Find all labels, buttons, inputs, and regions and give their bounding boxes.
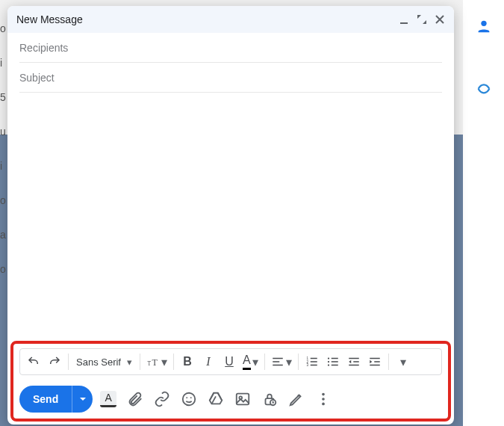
caret-down-icon: ▾ [286,355,292,369]
caret-down-icon: ▾ [161,355,167,369]
redo-button[interactable] [44,351,65,372]
recipients-input[interactable] [19,42,442,54]
indent-less-button[interactable] [343,351,364,372]
font-family-picker[interactable]: Sans Serif ▾ [72,351,137,372]
right-side-panel [463,0,504,426]
svg-rect-1 [400,22,408,24]
send-button-group: Send [19,386,93,413]
bulleted-list-button[interactable] [323,351,343,372]
svg-text:3: 3 [306,363,308,367]
minimize-button[interactable] [399,14,409,25]
align-button[interactable]: ▾ [268,351,295,372]
svg-point-11 [187,397,188,398]
svg-point-17 [322,393,325,396]
svg-text:T: T [147,360,151,367]
svg-point-8 [328,361,329,362]
profile-icon[interactable] [476,18,492,34]
confidential-mode-button[interactable] [261,391,278,407]
undo-button[interactable] [23,351,44,372]
text-color-icon: A [243,354,251,370]
send-options-button[interactable] [72,386,93,413]
recipients-field[interactable] [19,33,442,63]
underlying-inbox-edge: oi5uioao [0,0,7,426]
toolbar-highlight: Sans Serif ▾ TT ▾ B I U A ▾ ▾ 123 [10,341,451,422]
send-button[interactable]: Send [19,386,72,413]
insert-link-button[interactable] [154,391,170,407]
font-family-label: Sans Serif [76,356,121,368]
svg-text:T: T [152,357,158,368]
message-body[interactable] [7,93,454,338]
svg-point-18 [322,398,325,401]
compose-title: New Message [16,13,83,25]
insert-photo-button[interactable] [234,391,251,407]
text-color-button[interactable]: A ▾ [240,351,261,372]
separator [173,354,174,370]
addon-icon[interactable] [476,79,492,96]
send-row: Send A [19,383,442,416]
svg-point-10 [183,393,196,406]
more-formatting-button[interactable]: ▾ [392,351,413,372]
close-button[interactable] [435,14,445,25]
separator [298,354,299,370]
numbered-list-button[interactable]: 123 [302,351,323,372]
caret-down-icon: ▾ [252,355,258,369]
fullscreen-button[interactable] [417,14,427,25]
svg-point-19 [322,403,325,406]
svg-point-12 [190,397,192,398]
compose-window: New Message [7,6,454,425]
compose-header: New Message [7,6,454,33]
indent-more-button[interactable] [364,351,385,372]
insert-signature-button[interactable] [288,391,305,407]
italic-button[interactable]: I [198,351,219,372]
caret-down-icon: ▾ [127,356,132,368]
separator [140,354,140,370]
caret-down-icon: ▾ [400,355,406,369]
compose-action-icons: A [100,391,332,407]
font-size-button[interactable]: TT ▾ [143,351,170,372]
more-options-button[interactable] [315,391,332,407]
separator [388,354,389,370]
bold-button[interactable]: B [177,351,198,372]
svg-rect-13 [237,394,249,405]
separator [264,354,265,370]
insert-drive-button[interactable] [208,391,224,407]
formatting-toolbar: Sans Serif ▾ TT ▾ B I U A ▾ ▾ 123 [19,348,442,375]
underline-button[interactable]: U [219,351,240,372]
svg-point-0 [481,21,486,26]
window-controls [399,14,445,25]
subject-input[interactable] [19,72,442,84]
svg-point-9 [328,364,329,365]
subject-field[interactable] [19,63,442,93]
formatting-options-button[interactable]: A [100,391,116,407]
svg-point-7 [328,357,329,359]
compose-fields [7,33,454,93]
attach-file-button[interactable] [127,391,143,407]
insert-emoji-button[interactable] [181,391,197,407]
separator [68,354,69,370]
